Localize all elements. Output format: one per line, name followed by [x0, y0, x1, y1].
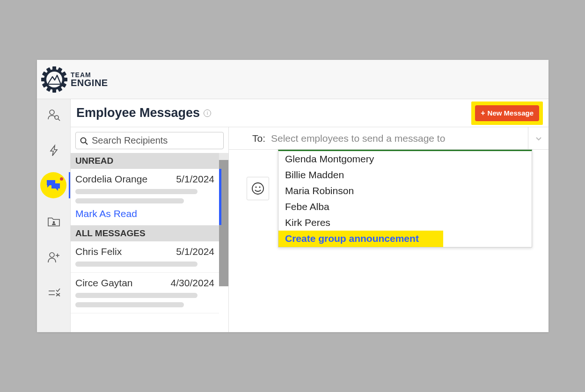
checklist-icon — [47, 288, 60, 298]
recipients-dropdown: Glenda Montgomery Billie Madden Maria Ro… — [278, 150, 532, 247]
svg-point-4 — [55, 116, 58, 119]
emoji-picker-button[interactable] — [247, 177, 269, 200]
brand-line1: TEAM — [71, 72, 108, 78]
section-all-header: ALL MESSAGES — [71, 225, 219, 241]
to-dropdown-toggle[interactable] — [528, 127, 548, 149]
brand-logo: TEAM ENGINE — [41, 66, 108, 93]
recipient-option[interactable]: Maria Robinson — [278, 183, 532, 199]
compose-pane: To: Select employees to send a message t… — [229, 127, 548, 332]
search-icon — [80, 137, 88, 145]
info-icon[interactable]: i — [204, 109, 211, 117]
sidebar-item-add-person[interactable] — [37, 246, 70, 269]
new-message-label: New Message — [488, 109, 534, 117]
unread-dot-icon — [60, 177, 63, 181]
message-preview-skeleton — [75, 302, 184, 307]
create-group-announcement[interactable]: Create group announcement — [278, 231, 443, 247]
svg-point-6 — [52, 221, 54, 223]
app-header: TEAM ENGINE — [37, 60, 548, 99]
section-unread-header: UNREAD — [71, 153, 219, 169]
recipient-option[interactable]: Kirk Peres — [278, 215, 532, 231]
folder-person-icon — [47, 216, 61, 228]
active-bar — [69, 172, 70, 198]
app-window: TEAM ENGINE — [37, 60, 548, 332]
search-input[interactable]: Search Recipients — [75, 132, 224, 149]
svg-point-16 — [252, 183, 263, 194]
recipient-option[interactable]: Glenda Montgomery — [278, 151, 532, 167]
svg-point-7 — [50, 253, 54, 257]
svg-point-18 — [259, 187, 261, 188]
to-row: To: Select employees to send a message t… — [229, 127, 548, 150]
conversation-item[interactable]: Cordelia Orange 5/1/2024 Mark As Read — [71, 169, 219, 225]
svg-point-17 — [256, 187, 257, 188]
gear-mountain-icon — [41, 66, 68, 93]
svg-line-5 — [58, 119, 60, 121]
brand-line2: ENGINE — [71, 78, 108, 87]
svg-point-14 — [81, 138, 86, 143]
page-title: Employee Messages i — [76, 106, 211, 120]
to-select[interactable]: Select employees to send a message to — [271, 133, 528, 144]
conversation-date: 4/30/2024 — [171, 277, 214, 289]
person-plus-icon — [47, 251, 61, 264]
conversation-item[interactable]: Chris Felix 5/1/2024 — [71, 241, 219, 273]
people-search-icon — [47, 108, 61, 122]
smiley-icon — [251, 181, 265, 196]
button-highlight: + New Message — [471, 102, 543, 125]
new-message-button[interactable]: + New Message — [475, 105, 539, 121]
search-placeholder: Search Recipients — [92, 135, 168, 146]
sidebar-item-folder[interactable] — [37, 211, 70, 233]
conversation-name: Chris Felix — [75, 246, 122, 257]
page-title-text: Employee Messages — [76, 106, 200, 120]
svg-point-3 — [50, 110, 54, 115]
chevron-down-icon — [535, 135, 542, 142]
sidebar-item-people[interactable] — [37, 104, 70, 126]
mark-as-read-link[interactable]: Mark As Read — [75, 208, 214, 219]
conversation-name: Cordelia Orange — [75, 174, 147, 185]
conversation-name: Circe Gaytan — [75, 277, 133, 289]
message-preview-skeleton — [75, 198, 184, 203]
message-preview-skeleton — [75, 189, 197, 194]
lightning-icon — [47, 144, 60, 157]
sidebar-item-checklist[interactable] — [37, 282, 70, 304]
sidebar-item-activity[interactable] — [37, 139, 70, 162]
plus-icon: + — [481, 109, 485, 117]
conversation-date: 5/1/2024 — [176, 246, 214, 257]
message-preview-skeleton — [75, 293, 197, 298]
recipient-option[interactable]: Billie Madden — [278, 167, 532, 183]
sidebar-item-messages[interactable] — [37, 175, 70, 197]
conversation-date: 5/1/2024 — [176, 174, 214, 185]
conversation-list-pane: Search Recipients UNREAD Cordelia Orange… — [71, 127, 229, 332]
svg-line-15 — [86, 142, 88, 145]
svg-rect-0 — [52, 66, 56, 70]
chat-icon — [46, 179, 62, 192]
message-preview-skeleton — [75, 261, 197, 267]
conversation-item[interactable]: Circe Gaytan 4/30/2024 — [71, 273, 219, 313]
to-label: To: — [229, 133, 271, 144]
title-row: Employee Messages i + New Message — [71, 99, 548, 127]
nav-sidebar — [37, 99, 71, 332]
recipient-option[interactable]: Febe Alba — [278, 199, 532, 215]
